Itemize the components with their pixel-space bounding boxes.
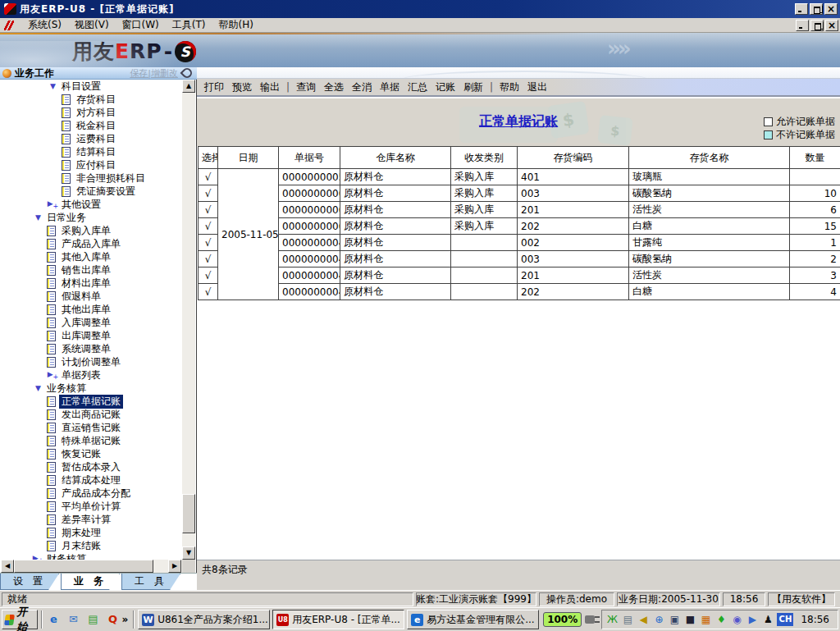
- toolbar-button-帮助[interactable]: 帮助: [495, 80, 523, 95]
- editor-icon[interactable]: ◉: [730, 613, 743, 626]
- printer-icon[interactable]: ▤: [621, 613, 634, 626]
- tree-item[interactable]: 其他出库单: [1, 303, 182, 316]
- toolbar-button-退出[interactable]: 退出: [523, 80, 551, 95]
- child-close-button[interactable]: [825, 20, 838, 31]
- taskbar-button-2[interactable]: e易方达基金管理有限公...: [407, 610, 539, 629]
- toolbar-button-单据[interactable]: 单据: [376, 80, 404, 95]
- table-row[interactable]: √0000000006原材料仓采购入库201活性炭6: [199, 202, 840, 218]
- tree-item[interactable]: ▼科目设置: [1, 80, 182, 93]
- scroll-right-button[interactable]: ▶: [168, 560, 181, 573]
- notes-icon[interactable]: ▤: [85, 612, 100, 627]
- select-cell[interactable]: √: [199, 202, 218, 218]
- expander-open-icon[interactable]: ▼: [32, 384, 44, 392]
- child-minimize-button[interactable]: [796, 20, 809, 31]
- table-row[interactable]: √0000000004原材料仓002甘露纯1: [199, 235, 840, 251]
- table-row[interactable]: √2005-11-050000000005原材料仓采购入库401玻璃瓶: [199, 169, 840, 185]
- tree-item[interactable]: 销售出库单: [1, 263, 182, 277]
- table-row[interactable]: √0000000004原材料仓202白糖4: [199, 284, 840, 300]
- tree-horizontal-scrollbar[interactable]: [1, 560, 182, 573]
- select-cell[interactable]: √: [199, 251, 218, 267]
- checkbox-1[interactable]: [764, 130, 773, 139]
- media-icon[interactable]: Q: [105, 612, 120, 627]
- table-row[interactable]: √0000000004原材料仓201活性炭3: [199, 267, 840, 284]
- toolbar-button-汇总[interactable]: 汇总: [404, 80, 431, 95]
- tree-item[interactable]: 特殊单据记账: [1, 434, 182, 447]
- start-button[interactable]: 开始: [2, 610, 38, 629]
- tree-item[interactable]: ▼业务核算: [1, 382, 182, 395]
- scroll-down-button[interactable]: ▼: [182, 546, 195, 560]
- expander-closed-icon[interactable]: ▶+: [32, 554, 44, 560]
- overflow-chevron-icon[interactable]: »: [120, 614, 130, 625]
- table-row[interactable]: √0000000004原材料仓003碳酸氢纳2: [199, 251, 840, 267]
- network-globe-icon[interactable]: ⊕: [652, 613, 665, 626]
- tree-item[interactable]: 直运销售记账: [1, 421, 182, 434]
- select-cell[interactable]: √: [199, 185, 218, 202]
- volume-icon[interactable]: ◀: [637, 613, 650, 626]
- taskbar-button-1[interactable]: U8用友ERP-U8 - [正常单...: [272, 610, 404, 629]
- tree-item[interactable]: 差异率计算: [1, 513, 182, 526]
- hscroll-thumb[interactable]: [14, 560, 153, 573]
- expander-open-icon[interactable]: ▼: [47, 82, 59, 90]
- select-cell[interactable]: √: [199, 284, 218, 300]
- tree-item[interactable]: 存货科目: [1, 93, 182, 106]
- tree-item[interactable]: 月末结账: [1, 539, 182, 552]
- tree-item[interactable]: 期末处理: [1, 526, 182, 539]
- tree-item[interactable]: 应付科目: [1, 158, 182, 171]
- tree-item[interactable]: 结算成本处理: [1, 473, 182, 487]
- tree-item[interactable]: ▶+财务核算: [1, 552, 182, 560]
- scheduler-icon[interactable]: ▦: [699, 613, 712, 626]
- menu-item-4[interactable]: 帮助(H): [212, 16, 260, 34]
- agent-icon[interactable]: ♦: [714, 613, 728, 626]
- sidebar-tab-设置[interactable]: 设 置: [0, 574, 59, 590]
- tree-item[interactable]: 入库调整单: [1, 316, 182, 329]
- toolbar-button-查询[interactable]: 查询: [292, 80, 320, 95]
- tree-item[interactable]: 暂估成本录入: [1, 460, 182, 473]
- pin-icon[interactable]: [180, 66, 194, 80]
- checkbox-0[interactable]: [764, 117, 773, 126]
- expander-closed-icon[interactable]: ▶+: [47, 370, 59, 381]
- scroll-left-button[interactable]: ◀: [1, 560, 14, 573]
- device-icon[interactable]: ▶: [746, 613, 759, 626]
- menu-item-1[interactable]: 视图(V): [68, 16, 116, 34]
- menu-item-2[interactable]: 窗口(W): [116, 16, 166, 34]
- select-cell[interactable]: √: [199, 169, 218, 185]
- computer-icon[interactable]: ▣: [668, 613, 681, 626]
- table-row[interactable]: √0000000006原材料仓采购入库202白糖15: [199, 218, 840, 235]
- toolbar-button-输出[interactable]: 输出: [256, 80, 284, 95]
- tree-item[interactable]: 结算科目: [1, 145, 182, 158]
- tree-item[interactable]: 产成品入库单: [1, 237, 182, 250]
- restore-button[interactable]: [810, 3, 823, 15]
- tree-item[interactable]: 采购入库单: [1, 224, 182, 237]
- tree-item[interactable]: ▶+其他设置: [1, 198, 182, 211]
- select-cell[interactable]: √: [199, 267, 218, 284]
- vscroll-thumb[interactable]: [182, 494, 195, 533]
- taskbar-button-0[interactable]: WU861全产品方案介绍1...: [138, 610, 270, 629]
- close-button[interactable]: [824, 3, 838, 15]
- tree-item[interactable]: 平均单价计算: [1, 500, 182, 513]
- green-tool-icon[interactable]: Ж: [605, 613, 619, 626]
- tree-item[interactable]: ▶+单据列表: [1, 368, 182, 382]
- tree-item[interactable]: 系统调整单: [1, 342, 182, 355]
- tree-item[interactable]: 材料出库单: [1, 277, 182, 290]
- toolbar-button-记账[interactable]: 记账: [431, 80, 459, 95]
- tree-item[interactable]: 其他入库单: [1, 250, 182, 263]
- mail-icon[interactable]: ✉: [66, 612, 80, 627]
- tree-item[interactable]: 税金科目: [1, 119, 182, 132]
- tree-item[interactable]: ▼日常业务: [1, 211, 182, 224]
- select-cell[interactable]: √: [199, 235, 218, 251]
- sidebar-tab-工具[interactable]: 工 具: [121, 574, 180, 590]
- child-restore-button[interactable]: [810, 20, 824, 31]
- qq-penguin-icon[interactable]: ♟: [761, 613, 774, 626]
- language-indicator[interactable]: CH: [777, 613, 793, 626]
- tree-item[interactable]: 假退料单: [1, 290, 182, 303]
- display-icon[interactable]: ■: [683, 613, 696, 626]
- expander-closed-icon[interactable]: ▶+: [47, 199, 59, 210]
- tree-item[interactable]: 发出商品记账: [1, 408, 182, 421]
- menu-item-3[interactable]: 工具(T): [166, 16, 212, 34]
- minimize-button[interactable]: [795, 3, 808, 15]
- tree-vertical-scrollbar[interactable]: [182, 80, 195, 560]
- toolbar-button-全选[interactable]: 全选: [320, 80, 348, 95]
- toolbar-button-全消[interactable]: 全消: [348, 80, 376, 95]
- tree-item[interactable]: 对方科目: [1, 106, 182, 119]
- tree-item[interactable]: 产成品成本分配: [1, 487, 182, 500]
